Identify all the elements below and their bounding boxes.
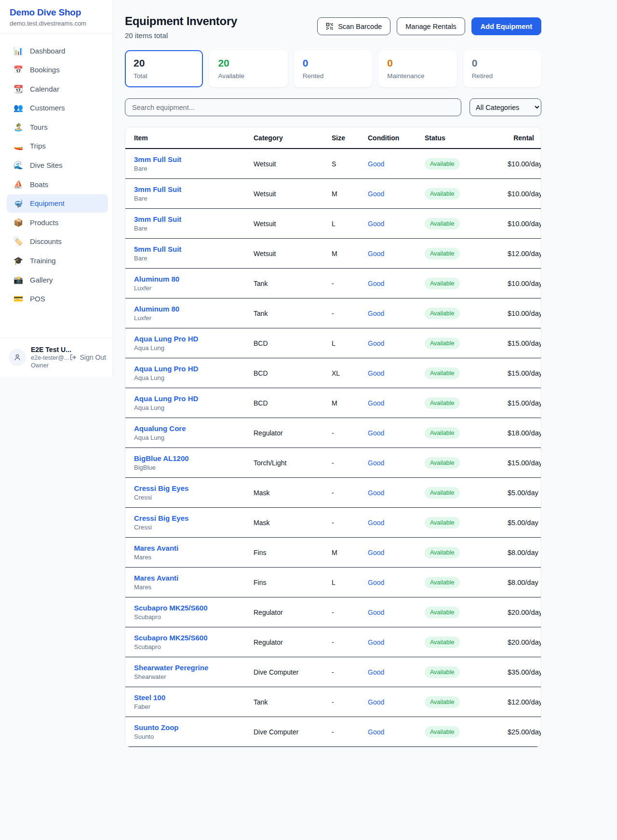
rental-cell: $20.00/day: [508, 609, 541, 616]
rental-cell: $20.00/day: [508, 638, 541, 646]
condition-link[interactable]: Good: [368, 399, 384, 407]
size-cell: -: [332, 310, 368, 317]
item-link[interactable]: Scubapro MK25/S600: [134, 634, 254, 642]
nav-icon: 📦: [13, 218, 23, 227]
rental-cell: $35.00/day: [508, 668, 541, 676]
condition-link[interactable]: Good: [368, 728, 384, 736]
condition-link[interactable]: Good: [368, 549, 384, 556]
category-cell: Dive Computer: [254, 668, 332, 676]
user-section: E2E Test U... e2e-tester@... Owner Sign …: [0, 338, 113, 377]
item-link[interactable]: BigBlue AL1200: [134, 454, 254, 462]
item-link[interactable]: Mares Avanti: [134, 544, 254, 552]
sidebar-item-dive-sites[interactable]: 🌊 Dive Sites: [7, 156, 108, 175]
condition-link[interactable]: Good: [368, 609, 384, 616]
sidebar-item-discounts[interactable]: 🏷️ Discounts: [7, 232, 108, 251]
table-row: Scubapro MK25/S600 Scubapro Regulator - …: [125, 627, 541, 657]
scan-barcode-button[interactable]: Scan Barcode: [317, 17, 390, 35]
table-row: 5mm Full Suit Bare Wetsuit M Good Availa…: [125, 239, 541, 269]
category-cell: Torch/Light: [254, 459, 332, 467]
stat-card-maintenance[interactable]: 0 Maintenance: [378, 50, 456, 87]
item-link[interactable]: Aqua Lung Pro HD: [134, 365, 254, 373]
sign-out-label: Sign Out: [80, 353, 106, 361]
condition-link[interactable]: Good: [368, 638, 384, 646]
status-badge: Available: [425, 637, 460, 648]
item-link[interactable]: 3mm Full Suit: [134, 185, 254, 193]
item-link[interactable]: Steel 100: [134, 693, 254, 702]
item-link[interactable]: Aluminum 80: [134, 305, 254, 313]
shop-name: Demo Dive Shop: [10, 7, 103, 18]
item-cell: BigBlue AL1200 BigBlue: [134, 454, 254, 471]
item-cell: Steel 100 Faber: [134, 693, 254, 710]
sidebar-item-label: Equipment: [30, 199, 65, 207]
category-cell: Wetsuit: [254, 160, 332, 168]
stat-card-retired[interactable]: 0 Retired: [463, 50, 541, 87]
size-cell: S: [332, 160, 368, 168]
item-cell: Mares Avanti Mares: [134, 574, 254, 591]
condition-link[interactable]: Good: [368, 280, 384, 287]
rental-cell: $5.00/day: [508, 519, 538, 527]
item-link[interactable]: Aqua Lung Pro HD: [134, 335, 254, 343]
category-cell: Tank: [254, 280, 332, 287]
item-link[interactable]: Scubapro MK25/S600: [134, 604, 254, 612]
category-select[interactable]: All Categories: [469, 98, 541, 116]
sidebar-item-bookings[interactable]: 📅 Bookings: [7, 61, 108, 79]
item-link[interactable]: Aqua Lung Pro HD: [134, 394, 254, 403]
condition-link[interactable]: Good: [368, 339, 384, 347]
condition-link[interactable]: Good: [368, 220, 384, 228]
item-link[interactable]: Shearwater Peregrine: [134, 664, 254, 672]
sidebar-item-dashboard[interactable]: 📊 Dashboard: [7, 41, 108, 60]
item-link[interactable]: Suunto Zoop: [134, 723, 254, 732]
item-link[interactable]: 3mm Full Suit: [134, 155, 254, 163]
stat-card-available[interactable]: 20 Available: [209, 50, 287, 87]
condition-link[interactable]: Good: [368, 698, 384, 706]
sidebar-item-pos[interactable]: 💳 POS: [7, 290, 108, 308]
item-cell: Cressi Big Eyes Cressi: [134, 484, 254, 501]
sign-out-button[interactable]: Sign Out: [69, 353, 106, 361]
condition-link[interactable]: Good: [368, 429, 384, 437]
condition-link[interactable]: Good: [368, 489, 384, 497]
sidebar-item-customers[interactable]: 👥 Customers: [7, 99, 108, 117]
add-equipment-button[interactable]: Add Equipment: [471, 17, 541, 35]
item-link[interactable]: Aluminum 80: [134, 275, 254, 283]
table-row: 3mm Full Suit Bare Wetsuit L Good Availa…: [125, 209, 541, 239]
item-link[interactable]: Cressi Big Eyes: [134, 484, 254, 492]
condition-link[interactable]: Good: [368, 459, 384, 467]
status-badge: Available: [425, 427, 460, 439]
status-badge: Available: [425, 397, 460, 409]
condition-link[interactable]: Good: [368, 190, 384, 198]
barcode-icon: [326, 23, 334, 30]
sidebar-item-boats[interactable]: ⛵ Boats: [7, 175, 108, 193]
stat-card-total[interactable]: 20 Total: [125, 50, 203, 87]
stat-card-rented[interactable]: 0 Rented: [294, 50, 372, 87]
equipment-table: Item Category Size Condition Status Rent…: [125, 127, 541, 747]
sidebar-item-training[interactable]: 🎓 Training: [7, 252, 108, 270]
item-link[interactable]: 3mm Full Suit: [134, 215, 254, 223]
item-link[interactable]: Aqualung Core: [134, 424, 254, 433]
sidebar-item-trips[interactable]: 🚤 Trips: [7, 137, 108, 155]
size-cell: L: [332, 220, 368, 228]
condition-link[interactable]: Good: [368, 668, 384, 676]
nav-icon: 📆: [13, 84, 23, 94]
condition-link[interactable]: Good: [368, 369, 384, 377]
item-link[interactable]: 5mm Full Suit: [134, 245, 254, 253]
item-link[interactable]: Cressi Big Eyes: [134, 514, 254, 522]
condition-link[interactable]: Good: [368, 250, 384, 257]
stat-label: Total: [134, 72, 194, 80]
condition-link[interactable]: Good: [368, 160, 384, 168]
rental-cell: $15.00/day: [508, 399, 541, 407]
rental-cell: $5.00/day: [508, 489, 538, 497]
size-cell: -: [332, 728, 368, 736]
condition-link[interactable]: Good: [368, 519, 384, 527]
sidebar-item-gallery[interactable]: 📸 Gallery: [7, 271, 108, 289]
condition-link[interactable]: Good: [368, 579, 384, 586]
sidebar-item-tours[interactable]: 🏝️ Tours: [7, 118, 108, 136]
sidebar-item-products[interactable]: 📦 Products: [7, 213, 108, 231]
item-link[interactable]: Mares Avanti: [134, 574, 254, 582]
sidebar-item-equipment[interactable]: 🤿 Equipment: [7, 194, 108, 213]
item-cell: 3mm Full Suit Bare: [134, 155, 254, 172]
sidebar-nav: 📊 Dashboard 📅 Bookings 📆 Calendar 👥 Cust…: [0, 34, 113, 338]
manage-rentals-button[interactable]: Manage Rentals: [397, 17, 465, 35]
search-input[interactable]: [125, 98, 461, 116]
sidebar-item-calendar[interactable]: 📆 Calendar: [7, 80, 108, 98]
condition-link[interactable]: Good: [368, 310, 384, 317]
